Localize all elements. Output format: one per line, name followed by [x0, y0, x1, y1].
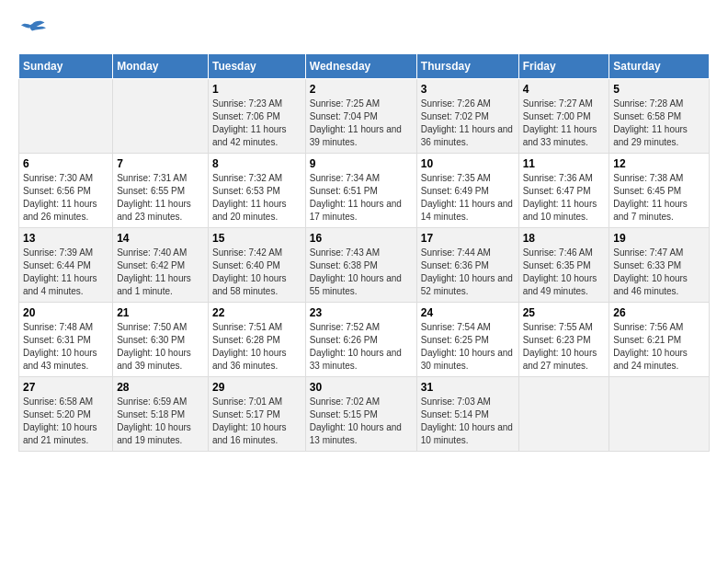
calendar-cell: 29Sunrise: 7:01 AM Sunset: 5:17 PM Dayli… [209, 377, 306, 452]
calendar-cell: 15Sunrise: 7:42 AM Sunset: 6:40 PM Dayli… [209, 228, 306, 303]
calendar-cell: 18Sunrise: 7:46 AM Sunset: 6:35 PM Dayli… [518, 228, 609, 303]
calendar-cell: 23Sunrise: 7:52 AM Sunset: 6:26 PM Dayli… [305, 303, 416, 377]
calendar-cell [19, 79, 113, 154]
header-saturday: Saturday [609, 54, 710, 79]
calendar-cell: 27Sunrise: 6:58 AM Sunset: 5:20 PM Dayli… [19, 377, 113, 452]
day-info: Sunrise: 7:03 AM Sunset: 5:14 PM Dayligh… [421, 396, 515, 447]
week-row-4: 20Sunrise: 7:48 AM Sunset: 6:31 PM Dayli… [19, 303, 710, 377]
day-info: Sunrise: 7:31 AM Sunset: 6:55 PM Dayligh… [117, 172, 204, 224]
calendar-cell [518, 377, 609, 452]
day-number: 21 [117, 306, 204, 319]
day-info: Sunrise: 7:56 AM Sunset: 6:21 PM Dayligh… [613, 321, 705, 373]
calendar-cell: 19Sunrise: 7:47 AM Sunset: 6:33 PM Dayli… [609, 228, 710, 303]
day-number: 28 [117, 381, 204, 394]
day-number: 7 [117, 157, 204, 170]
header-thursday: Thursday [416, 54, 518, 79]
calendar-cell: 20Sunrise: 7:48 AM Sunset: 6:31 PM Dayli… [19, 303, 113, 377]
day-info: Sunrise: 7:44 AM Sunset: 6:36 PM Dayligh… [421, 247, 515, 298]
day-info: Sunrise: 7:43 AM Sunset: 6:38 PM Dayligh… [310, 247, 413, 298]
week-row-1: 1Sunrise: 7:23 AM Sunset: 7:06 PM Daylig… [19, 79, 710, 154]
calendar-cell: 1Sunrise: 7:23 AM Sunset: 7:06 PM Daylig… [209, 79, 306, 154]
calendar-cell: 25Sunrise: 7:55 AM Sunset: 6:23 PM Dayli… [518, 303, 609, 377]
day-info: Sunrise: 7:48 AM Sunset: 6:31 PM Dayligh… [23, 321, 108, 373]
calendar-cell: 17Sunrise: 7:44 AM Sunset: 6:36 PM Dayli… [416, 228, 518, 303]
calendar-cell: 3Sunrise: 7:26 AM Sunset: 7:02 PM Daylig… [416, 79, 518, 154]
calendar-cell: 4Sunrise: 7:27 AM Sunset: 7:00 PM Daylig… [518, 79, 609, 154]
day-number: 15 [212, 232, 301, 245]
day-number: 22 [212, 306, 301, 319]
day-info: Sunrise: 7:38 AM Sunset: 6:45 PM Dayligh… [613, 172, 705, 224]
day-info: Sunrise: 7:46 AM Sunset: 6:35 PM Dayligh… [523, 247, 606, 298]
calendar-table: SundayMondayTuesdayWednesdayThursdayFrid… [18, 53, 710, 452]
day-info: Sunrise: 7:36 AM Sunset: 6:47 PM Dayligh… [523, 172, 606, 224]
day-info: Sunrise: 6:58 AM Sunset: 5:20 PM Dayligh… [23, 396, 108, 447]
day-number: 24 [421, 306, 515, 319]
day-number: 30 [310, 381, 413, 394]
day-number: 19 [613, 232, 705, 245]
day-info: Sunrise: 7:26 AM Sunset: 7:02 PM Dayligh… [421, 98, 515, 149]
day-number: 29 [212, 381, 301, 394]
calendar-cell: 21Sunrise: 7:50 AM Sunset: 6:30 PM Dayli… [113, 303, 209, 377]
calendar-cell: 12Sunrise: 7:38 AM Sunset: 6:45 PM Dayli… [609, 154, 710, 228]
day-info: Sunrise: 7:23 AM Sunset: 7:06 PM Dayligh… [212, 98, 301, 149]
day-info: Sunrise: 7:30 AM Sunset: 6:56 PM Dayligh… [23, 172, 108, 224]
calendar-cell: 13Sunrise: 7:39 AM Sunset: 6:44 PM Dayli… [19, 228, 113, 303]
day-info: Sunrise: 7:35 AM Sunset: 6:49 PM Dayligh… [421, 172, 515, 224]
day-info: Sunrise: 7:54 AM Sunset: 6:25 PM Dayligh… [421, 321, 515, 373]
day-info: Sunrise: 7:27 AM Sunset: 7:00 PM Dayligh… [523, 98, 606, 149]
header-tuesday: Tuesday [209, 54, 306, 79]
day-number: 25 [523, 306, 606, 319]
logo [18, 18, 50, 44]
calendar-cell [113, 79, 209, 154]
day-number: 16 [310, 232, 413, 245]
day-number: 6 [23, 157, 108, 170]
day-number: 26 [613, 306, 705, 319]
calendar-cell [609, 377, 710, 452]
calendar-cell: 24Sunrise: 7:54 AM Sunset: 6:25 PM Dayli… [416, 303, 518, 377]
day-number: 4 [523, 83, 606, 96]
day-info: Sunrise: 6:59 AM Sunset: 5:18 PM Dayligh… [117, 396, 204, 447]
day-number: 17 [421, 232, 515, 245]
day-number: 5 [613, 83, 705, 96]
page-header [18, 18, 710, 44]
week-row-2: 6Sunrise: 7:30 AM Sunset: 6:56 PM Daylig… [19, 154, 710, 228]
logo-icon [18, 18, 46, 40]
day-number: 9 [310, 157, 413, 170]
day-info: Sunrise: 7:28 AM Sunset: 6:58 PM Dayligh… [613, 98, 705, 149]
day-info: Sunrise: 7:50 AM Sunset: 6:30 PM Dayligh… [117, 321, 204, 373]
day-info: Sunrise: 7:02 AM Sunset: 5:15 PM Dayligh… [310, 396, 413, 447]
day-number: 11 [523, 157, 606, 170]
day-number: 10 [421, 157, 515, 170]
header-friday: Friday [518, 54, 609, 79]
day-info: Sunrise: 7:55 AM Sunset: 6:23 PM Dayligh… [523, 321, 606, 373]
day-info: Sunrise: 7:40 AM Sunset: 6:42 PM Dayligh… [117, 247, 204, 298]
header-wednesday: Wednesday [305, 54, 416, 79]
day-info: Sunrise: 7:25 AM Sunset: 7:04 PM Dayligh… [310, 98, 413, 149]
day-info: Sunrise: 7:01 AM Sunset: 5:17 PM Dayligh… [212, 396, 301, 447]
day-number: 31 [421, 381, 515, 394]
calendar-cell: 2Sunrise: 7:25 AM Sunset: 7:04 PM Daylig… [305, 79, 416, 154]
calendar-cell: 26Sunrise: 7:56 AM Sunset: 6:21 PM Dayli… [609, 303, 710, 377]
calendar-cell: 22Sunrise: 7:51 AM Sunset: 6:28 PM Dayli… [209, 303, 306, 377]
day-number: 27 [23, 381, 108, 394]
day-number: 1 [212, 83, 301, 96]
calendar-cell: 6Sunrise: 7:30 AM Sunset: 6:56 PM Daylig… [19, 154, 113, 228]
day-info: Sunrise: 7:34 AM Sunset: 6:51 PM Dayligh… [310, 172, 413, 224]
week-row-3: 13Sunrise: 7:39 AM Sunset: 6:44 PM Dayli… [19, 228, 710, 303]
calendar-cell: 14Sunrise: 7:40 AM Sunset: 6:42 PM Dayli… [113, 228, 209, 303]
calendar-cell: 11Sunrise: 7:36 AM Sunset: 6:47 PM Dayli… [518, 154, 609, 228]
day-info: Sunrise: 7:47 AM Sunset: 6:33 PM Dayligh… [613, 247, 705, 298]
day-number: 8 [212, 157, 301, 170]
calendar-cell: 5Sunrise: 7:28 AM Sunset: 6:58 PM Daylig… [609, 79, 710, 154]
day-number: 14 [117, 232, 204, 245]
calendar-body: 1Sunrise: 7:23 AM Sunset: 7:06 PM Daylig… [19, 79, 710, 452]
calendar-cell: 31Sunrise: 7:03 AM Sunset: 5:14 PM Dayli… [416, 377, 518, 452]
calendar-cell: 7Sunrise: 7:31 AM Sunset: 6:55 PM Daylig… [113, 154, 209, 228]
day-number: 3 [421, 83, 515, 96]
header-row: SundayMondayTuesdayWednesdayThursdayFrid… [19, 54, 710, 79]
header-monday: Monday [113, 54, 209, 79]
calendar-cell: 28Sunrise: 6:59 AM Sunset: 5:18 PM Dayli… [113, 377, 209, 452]
day-info: Sunrise: 7:32 AM Sunset: 6:53 PM Dayligh… [212, 172, 301, 224]
calendar-cell: 16Sunrise: 7:43 AM Sunset: 6:38 PM Dayli… [305, 228, 416, 303]
day-info: Sunrise: 7:52 AM Sunset: 6:26 PM Dayligh… [310, 321, 413, 373]
